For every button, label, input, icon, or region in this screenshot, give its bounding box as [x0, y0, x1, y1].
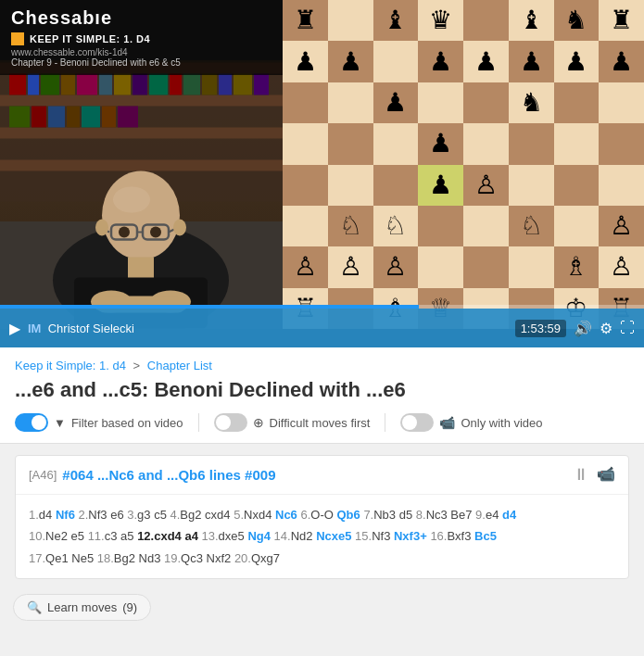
chess-cell-d6	[418, 82, 463, 123]
filter-video-only-label: Only with video	[461, 416, 542, 430]
course-badge-text: KEEP IT SIMPLE: 1. d4	[30, 33, 150, 44]
chess-cell-h2: ♙	[599, 246, 644, 287]
filter-divider-2	[385, 413, 385, 432]
pause-icon[interactable]: ⏸	[573, 465, 589, 485]
chess-cell-b7: ♟	[328, 41, 373, 82]
chess-cell-b5	[328, 123, 373, 164]
chess-cell-g3	[554, 206, 600, 246]
svg-rect-3	[0, 128, 283, 139]
chess-cell-c8: ♝	[373, 0, 419, 41]
chess-cell-h6	[599, 82, 644, 123]
svg-rect-6	[28, 74, 39, 95]
breadcrumb-section[interactable]: Chapter List	[147, 359, 212, 372]
chess-board-area: ♜ ♝ ♛ ♝ ♞ ♜ ♟ ♟ ♟ ♟ ♟ ♟ ♟	[283, 0, 644, 329]
chess-cell-f4	[509, 165, 554, 206]
svg-rect-19	[254, 74, 269, 95]
chess-cell-h5	[599, 123, 644, 164]
chess-cell-b4	[328, 165, 373, 206]
chess-cell-h3: ♙	[599, 206, 644, 246]
chess-cell-g2: ♗	[554, 246, 600, 287]
search-icon: 🔍	[27, 600, 42, 614]
card-badge: [A46]	[29, 468, 57, 482]
filter-video-item: ▼ Filter based on video	[15, 413, 183, 432]
chess-cell-e4: ♙	[463, 165, 509, 206]
chess-cell-c4	[373, 165, 419, 206]
svg-rect-15	[183, 74, 200, 95]
filter-video-only-item: 📹 Only with video	[400, 413, 542, 432]
moves-text: 1.d4 Nf6 2.Nf3 e6 3.g3 c5 4.Bg2 cxd4 5.N…	[16, 495, 628, 578]
video-panel: Chessabıe KEEP IT SIMPLE: 1. d4 www.ches…	[0, 0, 283, 329]
settings-icon[interactable]: ⚙	[600, 320, 612, 337]
filter-video-only-toggle[interactable]	[400, 413, 434, 432]
chess-cell-a7: ♟	[283, 41, 328, 82]
svg-rect-26	[118, 107, 138, 128]
svg-rect-24	[82, 107, 100, 128]
video-controls: ▶ IM Christof Sielecki 1:53:59 🔊 ⚙ ⛶	[0, 309, 644, 347]
card-header-left: [A46] #064 ...Nc6 and ...Qb6 lines #009	[29, 467, 275, 483]
video-only-icon: 📹	[439, 415, 455, 430]
chess-cell-g5	[554, 123, 600, 164]
chess-cell-c2: ♙	[373, 246, 419, 287]
svg-rect-7	[41, 74, 59, 95]
chess-cell-f5	[509, 123, 554, 164]
video-time: 1:53:59	[515, 320, 566, 337]
card-title: #064 ...Nc6 and ...Qb6 lines #009	[62, 467, 275, 483]
chess-cell-d3	[418, 206, 463, 246]
filter-icon: ▼	[54, 416, 66, 430]
chess-cell-f7: ♟	[509, 41, 554, 82]
chess-cell-g8: ♞	[554, 0, 600, 41]
fullscreen-icon[interactable]: ⛶	[620, 320, 635, 336]
chess-cell-d7: ♟	[418, 41, 463, 82]
chess-board: ♜ ♝ ♛ ♝ ♞ ♜ ♟ ♟ ♟ ♟ ♟ ♟ ♟	[283, 0, 644, 329]
chess-cell-e6	[463, 82, 509, 123]
svg-rect-16	[202, 74, 217, 95]
move-card: [A46] #064 ...Nc6 and ...Qb6 lines #009 …	[15, 455, 629, 579]
svg-rect-5	[9, 74, 26, 95]
svg-point-28	[102, 171, 180, 260]
video-control-icons: 🔊 ⚙ ⛶	[574, 320, 635, 337]
filter-video-toggle[interactable]	[15, 413, 48, 432]
svg-point-38	[173, 220, 186, 236]
filter-video-label: Filter based on video	[71, 416, 183, 430]
svg-rect-23	[67, 107, 80, 128]
svg-rect-39	[128, 258, 154, 281]
card-video-icon[interactable]: 📹	[597, 465, 615, 485]
chess-cell-h7: ♟	[599, 41, 644, 82]
svg-rect-12	[133, 74, 147, 95]
play-button[interactable]: ▶	[9, 320, 20, 337]
instructor-name: IM Christof Sielecki	[28, 322, 508, 335]
video-person-bg	[0, 60, 283, 329]
filter-difficult-label: Difficult moves first	[270, 416, 371, 430]
svg-rect-14	[170, 74, 182, 95]
chess-cell-e8	[463, 0, 509, 41]
chess-cell-f6: ♞	[509, 82, 554, 123]
learn-moves-label: Learn moves	[47, 600, 117, 614]
chess-cell-f2	[509, 246, 554, 287]
chess-cell-e2	[463, 246, 509, 287]
card-header-icons: ⏸ 📹	[573, 465, 615, 485]
chess-cell-g6	[554, 82, 600, 123]
svg-rect-22	[48, 107, 65, 128]
chess-cell-d4: ♟	[418, 165, 463, 206]
chess-cell-e5	[463, 123, 509, 164]
difficult-icon: ⊕	[253, 415, 264, 430]
chess-cell-g4	[554, 165, 600, 206]
svg-rect-9	[77, 74, 97, 95]
instructor-full-name: Christof Sielecki	[48, 322, 134, 335]
person-silhouette	[0, 60, 283, 329]
chess-cell-b2: ♙	[328, 246, 373, 287]
svg-point-29	[113, 187, 150, 213]
svg-point-36	[150, 227, 161, 238]
chess-cell-f8: ♝	[509, 0, 554, 41]
svg-rect-11	[114, 74, 131, 95]
chess-cell-c7	[373, 41, 419, 82]
chess-cell-c6: ♟	[373, 82, 419, 123]
video-overlay: Chessabıe KEEP IT SIMPLE: 1. d4 www.ches…	[0, 0, 283, 75]
breadcrumb-course[interactable]: Keep it Simple: 1. d4	[15, 359, 126, 372]
svg-rect-13	[149, 74, 168, 95]
chess-cell-c5	[373, 123, 419, 164]
volume-icon[interactable]: 🔊	[574, 320, 592, 337]
learn-moves-button[interactable]: 🔍 Learn moves (9)	[13, 594, 151, 621]
filter-difficult-toggle[interactable]	[214, 413, 247, 432]
svg-rect-18	[234, 74, 252, 95]
